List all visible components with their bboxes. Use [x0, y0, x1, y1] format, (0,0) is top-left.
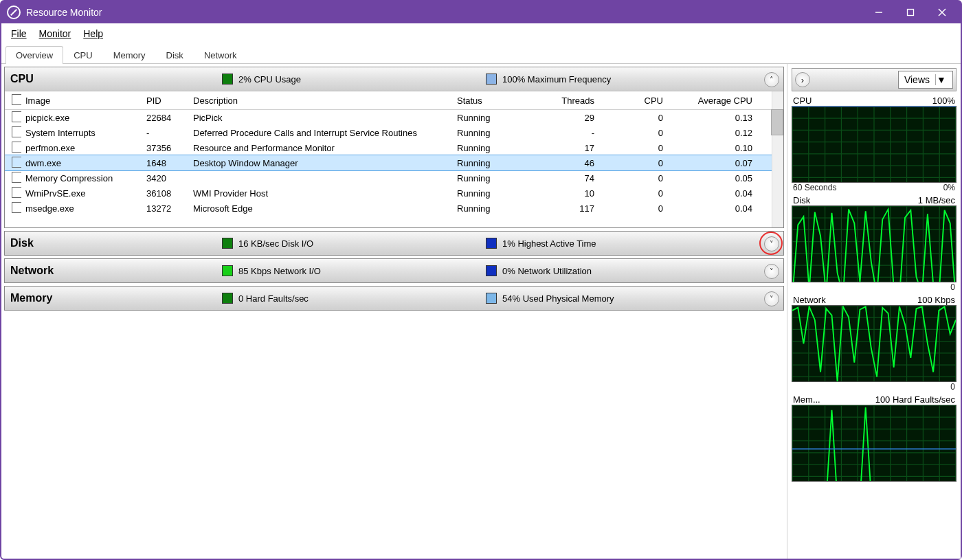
titlebar[interactable]: Resource Monitor: [1, 1, 961, 23]
disk-active-stat: 1% Highest Active Time: [486, 238, 596, 249]
table-row[interactable]: dwm.exe1648Desktop Window ManagerRunning…: [5, 155, 783, 170]
mini-chart-disk: Disk1 MB/sec0: [792, 195, 957, 292]
mini-scale: 100%: [932, 96, 955, 106]
mini-chart-cpu: CPU100%60 Seconds0%: [792, 96, 957, 192]
cell-image: System Interrupts: [21, 128, 142, 138]
menu-file[interactable]: File: [5, 25, 32, 42]
tab-overview[interactable]: Overview: [5, 46, 63, 64]
section-cpu: CPU 2% CPU Usage 100% Maximum Frequency …: [4, 67, 784, 228]
tab-disk[interactable]: Disk: [156, 46, 194, 64]
mini-title: Disk: [793, 195, 810, 205]
menu-help[interactable]: Help: [78, 25, 109, 42]
mini-scale: 100 Kbps: [917, 295, 955, 305]
mini-footer-right: 0: [950, 382, 955, 392]
maximize-button[interactable]: [895, 1, 926, 23]
close-button[interactable]: [926, 1, 958, 23]
cell-image: msedge.exe: [21, 203, 142, 214]
row-checkbox[interactable]: [12, 187, 21, 198]
chevron-up-icon[interactable]: ˄: [764, 72, 779, 87]
cell-status: Running: [453, 143, 530, 153]
cell-avg: 0.05: [667, 173, 757, 183]
cell-desc: PicPick: [189, 113, 453, 123]
chevron-down-icon[interactable]: ˅: [764, 264, 779, 279]
row-checkbox[interactable]: [12, 202, 21, 213]
square-icon: [486, 238, 497, 249]
table-header: Image PID Description Status Threads CPU…: [5, 91, 783, 110]
table-row[interactable]: System Interrupts-Deferred Procedure Cal…: [5, 125, 783, 140]
section-network: Network 85 Kbps Network I/O 0% Network U…: [4, 258, 784, 283]
cell-pid: 22684: [142, 113, 189, 123]
col-pid[interactable]: PID: [142, 96, 189, 106]
cell-desc: WMI Provider Host: [189, 188, 453, 199]
cpu-freq-stat: 100% Maximum Frequency: [486, 74, 611, 85]
cell-avg: 0.10: [667, 143, 757, 153]
mini-footer-right: 0: [950, 282, 955, 292]
cell-pid: 1648: [142, 158, 189, 168]
mini-scale: 1 MB/sec: [918, 195, 955, 205]
section-memory: Memory 0 Hard Faults/sec 54% Used Physic…: [4, 286, 784, 311]
section-disk-title: Disk: [10, 237, 216, 249]
views-button[interactable]: Views ▼: [898, 71, 953, 89]
row-checkbox[interactable]: [12, 142, 21, 153]
cell-threads: 74: [530, 173, 599, 183]
square-icon: [222, 74, 233, 85]
side-panel: › Views ▼ CPU100%60 Seconds0%Disk1 MB/se…: [787, 64, 961, 559]
table-row[interactable]: Memory Compression3420Running7400.05: [5, 170, 783, 186]
table-row[interactable]: picpick.exe22684PicPickRunning2900.13: [5, 110, 783, 125]
mini-footer-left: 60 Seconds: [793, 183, 836, 192]
cell-desc: Desktop Window Manager: [189, 158, 453, 168]
mini-footer-right: 0%: [943, 183, 955, 192]
row-checkbox[interactable]: [12, 157, 21, 168]
cell-avg: 0.04: [667, 188, 757, 199]
select-all-checkbox[interactable]: [12, 94, 21, 105]
table-row[interactable]: msedge.exe13272Microsoft EdgeRunning1170…: [5, 201, 783, 216]
chevron-down-icon[interactable]: ˅: [764, 291, 779, 306]
section-cpu-bar[interactable]: CPU 2% CPU Usage 100% Maximum Frequency …: [5, 67, 783, 91]
cell-threads: 10: [530, 188, 599, 199]
col-avgcpu[interactable]: Average CPU: [667, 96, 757, 106]
cell-image: picpick.exe: [21, 113, 142, 123]
cell-image: dwm.exe: [21, 158, 142, 168]
table-row[interactable]: perfmon.exe37356Resource and Performance…: [5, 140, 783, 155]
scrollbar-thumb[interactable]: [771, 109, 783, 135]
mini-scale: 100 Hard Faults/sec: [875, 394, 955, 405]
tab-network[interactable]: Network: [194, 46, 247, 64]
network-io-stat: 85 Kbps Network I/O: [222, 265, 321, 276]
section-disk-bar[interactable]: Disk 16 KB/sec Disk I/O 1% Highest Activ…: [5, 232, 783, 255]
tab-memory[interactable]: Memory: [103, 46, 156, 64]
cell-desc: Deferred Procedure Calls and Interrupt S…: [189, 128, 453, 138]
table-row[interactable]: WmiPrvSE.exe36108WMI Provider HostRunnin…: [5, 186, 783, 201]
dropdown-icon: ▼: [935, 74, 947, 85]
mini-title: Network: [793, 295, 826, 305]
tab-cpu[interactable]: CPU: [63, 46, 102, 64]
cell-pid: 36108: [142, 188, 189, 199]
col-threads[interactable]: Threads: [530, 96, 599, 106]
row-checkbox[interactable]: [12, 172, 21, 183]
cell-image: Memory Compression: [21, 173, 142, 183]
cell-cpu: 0: [599, 188, 667, 199]
cell-desc: Resource and Performance Monitor: [189, 143, 453, 153]
menu-monitor[interactable]: Monitor: [34, 25, 77, 42]
app-icon: [7, 5, 21, 19]
col-status[interactable]: Status: [453, 96, 530, 106]
cell-status: Running: [453, 158, 530, 168]
section-disk: Disk 16 KB/sec Disk I/O 1% Highest Activ…: [4, 231, 784, 256]
mini-title: Mem...: [793, 394, 820, 405]
row-checkbox[interactable]: [12, 126, 21, 137]
minimize-button[interactable]: [863, 1, 895, 23]
col-desc[interactable]: Description: [189, 96, 453, 106]
cell-cpu: 0: [599, 128, 667, 138]
section-network-bar[interactable]: Network 85 Kbps Network I/O 0% Network U…: [5, 259, 783, 282]
cell-status: Running: [453, 173, 530, 183]
chevron-right-icon[interactable]: ›: [795, 72, 810, 87]
section-memory-bar[interactable]: Memory 0 Hard Faults/sec 54% Used Physic…: [5, 287, 783, 310]
cell-cpu: 0: [599, 143, 667, 153]
cell-avg: 0.12: [667, 128, 757, 138]
cell-pid: 37356: [142, 143, 189, 153]
square-icon: [222, 293, 233, 304]
col-image[interactable]: Image: [21, 96, 142, 106]
col-cpu[interactable]: CPU: [599, 96, 667, 106]
mini-chart-network: Network100 Kbps0: [792, 295, 957, 392]
row-checkbox[interactable]: [12, 111, 21, 122]
cell-cpu: 0: [599, 173, 667, 183]
